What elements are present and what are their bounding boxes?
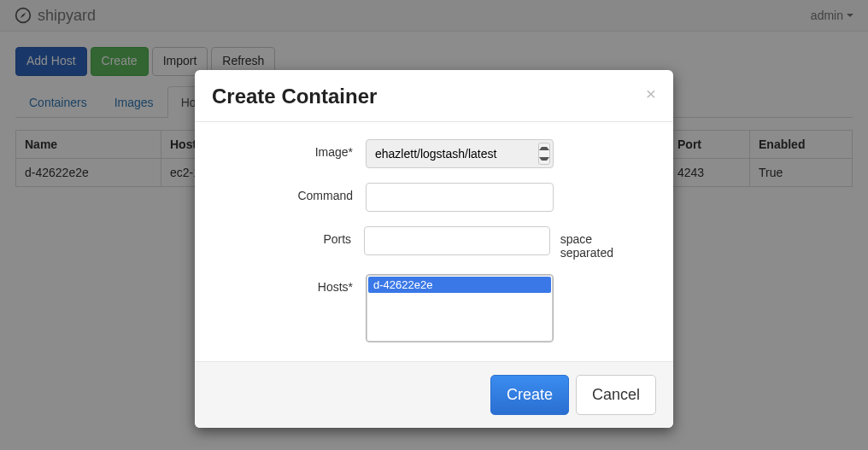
label-command: Command (220, 183, 366, 202)
label-ports: Ports (220, 226, 364, 246)
ports-hint: space separated (560, 226, 648, 260)
modal-title: Create Container (212, 85, 377, 108)
row-hosts: Hosts* d-42622e2e (220, 274, 648, 342)
hosts-option[interactable]: d-42622e2e (368, 277, 551, 293)
modal-body: Image* Command Ports space separated Hos… (195, 122, 673, 361)
modal-footer: Create Cancel (195, 361, 673, 428)
close-icon[interactable]: × (646, 85, 656, 102)
modal-create-button[interactable]: Create (490, 375, 569, 415)
modal-header: Create Container × (195, 70, 673, 122)
image-select[interactable] (366, 139, 554, 168)
row-ports: Ports space separated (220, 226, 648, 260)
modal-cancel-button[interactable]: Cancel (576, 375, 656, 415)
hosts-multiselect[interactable]: d-42622e2e (366, 274, 554, 342)
command-input[interactable] (366, 183, 554, 212)
create-container-modal: Create Container × Image* Command Ports … (195, 70, 673, 428)
row-image: Image* (220, 139, 648, 168)
image-select-value[interactable] (366, 139, 554, 168)
ports-input[interactable] (364, 226, 550, 255)
stepper-icon[interactable] (538, 143, 550, 165)
row-command: Command (220, 183, 648, 212)
label-hosts: Hosts* (220, 274, 366, 294)
label-image: Image* (220, 139, 366, 159)
